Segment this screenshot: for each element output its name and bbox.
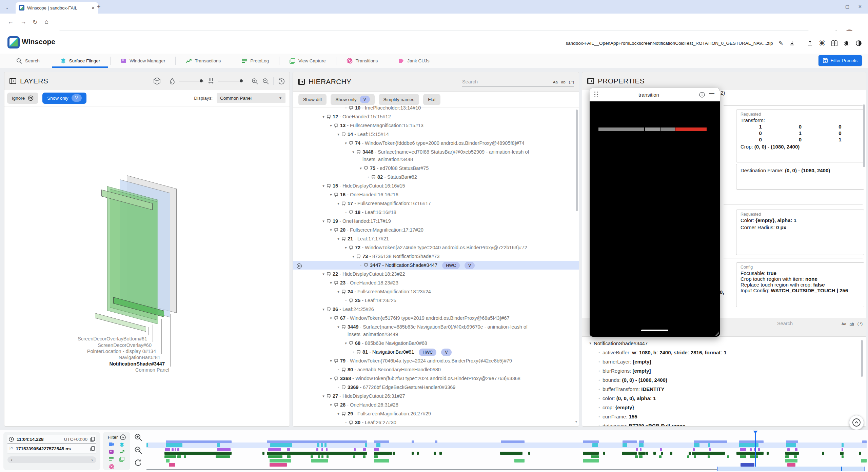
hierarchy-row[interactable]: ●10 - ImePlaceholder:13:14#10 <box>293 103 579 112</box>
property-row[interactable]: ●bufferTransform: IDENTITY <box>596 385 866 394</box>
hierarchy-row[interactable]: ▾17 - FullscreenMagnification:16:16#17 <box>293 199 579 208</box>
hierarchy-row[interactable]: ▾3449 - Surface(name=885b63e NavigationB… <box>293 322 579 339</box>
scroll-right-icon[interactable]: › <box>91 457 93 463</box>
zoom-out-icon[interactable] <box>262 78 269 84</box>
download-icon[interactable] <box>789 40 795 46</box>
expand-arrow-icon[interactable]: ▾ <box>350 148 357 156</box>
hierarchy-row[interactable]: ▾74 - WindowToken{fdddbe6 type=2000 andr… <box>293 139 579 148</box>
info-icon[interactable] <box>699 92 705 98</box>
expand-arrow-icon[interactable]: ▾ <box>328 225 334 234</box>
transition-preview-window[interactable]: transition — <box>590 88 720 337</box>
hierarchy-row[interactable]: ▾26 - Leaf:24:25#26 <box>293 305 579 314</box>
properties-list-scrollbar[interactable] <box>861 340 863 377</box>
spacing-slider[interactable] <box>218 81 242 81</box>
hierarchy-row[interactable]: ▾68 - 885b63e NavigationBar0#68 <box>293 339 579 348</box>
hierarchy-row[interactable]: ▾3448 - Surface(name=ed70f88 StatusBar)/… <box>293 148 579 164</box>
expand-arrow-icon[interactable]: ▾ <box>328 400 334 409</box>
hierarchy-row[interactable]: ●80 - ace6abb SecondaryHomeHandle0#80 <box>293 365 579 374</box>
property-row[interactable]: ●barrierLayer: [empty] <box>596 357 866 366</box>
timeline-reset-zoom-icon[interactable] <box>135 459 142 466</box>
timeline-track-screen-recording[interactable] <box>146 440 867 443</box>
layer-label[interactable]: NotificationShade#3447 <box>53 361 165 367</box>
expand-arrow-icon[interactable]: ▾ <box>328 121 334 130</box>
transitions-icon[interactable] <box>109 464 114 469</box>
expand-arrow-icon[interactable]: ▾ <box>357 164 364 173</box>
collapse-panel-icon[interactable] <box>9 77 17 85</box>
zoom-in-icon[interactable] <box>252 78 258 84</box>
minimize-icon[interactable]: — <box>708 91 715 99</box>
regex-toggle[interactable]: (.*) <box>569 80 574 84</box>
window-close-icon[interactable]: ✕ <box>858 4 862 9</box>
tab-view-capture[interactable]: View Capture <box>279 54 336 68</box>
hierarchy-row[interactable]: ▾73 - 8736138 NotificationShade#73 <box>293 252 579 261</box>
ns-time-field[interactable]: ⚐ 1715339054227572545 ns <box>7 444 96 453</box>
collapse-filter-icon[interactable] <box>120 434 126 440</box>
hierarchy-row[interactable]: ▾23 - OneHanded:18:23#23 <box>293 278 579 287</box>
hierarchy-row[interactable]: ▾67 - WindowToken{e5176f9 type=2019 andr… <box>293 314 579 322</box>
expand-arrow-icon[interactable]: ▾ <box>335 234 342 243</box>
expand-arrow-icon[interactable]: ▾ <box>335 287 342 296</box>
expand-arrow-icon[interactable]: ▾ <box>342 243 349 252</box>
collapse-panel-icon[interactable] <box>298 78 305 85</box>
window-maximize-icon[interactable]: ▢ <box>845 4 849 9</box>
properties-root-row[interactable]: ▾ NotificationShade#3447 <box>587 339 866 348</box>
hierarchy-row[interactable]: ▾29 - FullscreenMagnification:26:27#29 <box>293 409 579 418</box>
transactions-icon[interactable] <box>119 450 124 454</box>
layer-label[interactable]: ScreenDecorOverlayBottom#61 <box>35 336 147 341</box>
tab-window-manager[interactable]: Window Manager <box>111 54 175 68</box>
hierarchy-row[interactable]: ▾22 - HideDisplayCutout:18:23#22 <box>293 270 579 278</box>
hierarchy-row[interactable]: ●30 - Leaf:26:27#30 <box>293 418 579 426</box>
tab-jank-cujs[interactable]: Jank CUJs <box>388 54 439 68</box>
layer-label[interactable]: NavigationBar0#81 <box>48 355 160 360</box>
visibility-icon[interactable] <box>296 263 302 269</box>
layers-3d-canvas[interactable]: ScreenDecorOverlayBottom#61ScreenDecorOv… <box>4 106 290 426</box>
hierarchy-row[interactable]: ▾15 - HideDisplayCutout:16:16#15 <box>293 181 579 190</box>
hierarchy-row[interactable]: ●3369 - 67726bf EdgeBackGestureHandler0#… <box>293 383 579 392</box>
dark-mode-icon[interactable] <box>855 40 862 46</box>
timeline-track-transitions[interactable] <box>146 463 867 467</box>
new-tab-button[interactable]: + <box>97 3 101 11</box>
expand-arrow-icon[interactable]: ▾ <box>320 181 327 190</box>
screen-recording-icon[interactable] <box>109 442 114 447</box>
docs-book-icon[interactable] <box>831 40 838 46</box>
expand-arrow-icon[interactable]: ▾ <box>320 270 327 278</box>
hierarchy-row[interactable]: ▾16 - OneHanded:16:16#16 <box>293 190 579 199</box>
whole-word-toggle[interactable]: ab <box>850 322 854 326</box>
expand-arrow-icon[interactable]: ▾ <box>320 305 327 314</box>
property-row[interactable]: ●activeBuffer: w: 1080, h: 2400, stride:… <box>596 348 866 357</box>
expand-arrow-icon[interactable]: ▾ <box>320 217 327 225</box>
hierarchy-row[interactable]: ●3447 - NotificationShade#3447HWCV <box>293 261 579 270</box>
timeline-canvas[interactable] <box>146 430 867 472</box>
expand-arrow-icon[interactable]: ▾ <box>328 356 334 365</box>
expand-arrow-icon[interactable]: ▾ <box>342 339 349 348</box>
property-row[interactable]: ●color: (0, 0, 0), alpha: 1 <box>596 394 866 403</box>
overview-selection[interactable] <box>717 467 865 471</box>
timeline-track-transactions[interactable] <box>146 452 867 455</box>
reset-view-icon[interactable] <box>278 78 285 84</box>
overview-track[interactable] <box>146 469 717 470</box>
upload-icon[interactable] <box>807 40 813 46</box>
whole-word-toggle[interactable]: ab <box>561 80 566 84</box>
match-case-toggle[interactable]: Aa <box>842 322 846 326</box>
expand-arrow-icon[interactable]: ▾ <box>328 314 334 322</box>
hierarchy-row[interactable]: ▾19 - OneHanded:17:17#19 <box>293 217 579 225</box>
human-time-field[interactable]: 11:04:14.228 UTC+00:00 <box>7 435 96 444</box>
surface-flinger-icon[interactable] <box>119 442 124 447</box>
tab-transactions[interactable]: Transactions <box>176 54 231 68</box>
view-capture-icon[interactable] <box>119 457 124 462</box>
hierarchy-row[interactable]: ●81 - NavigationBar0#81HWCV <box>293 348 579 356</box>
expand-arrow-icon[interactable]: ▾ <box>587 339 594 348</box>
property-row[interactable]: ●currFrame: 155 <box>596 412 866 421</box>
hierarchy-row[interactable]: ▾3368 - WindowToken{f6b2f60 type=2024 an… <box>293 374 579 383</box>
hierarchy-row[interactable]: ●82 - StatusBar#82 <box>293 173 579 181</box>
layer-label[interactable]: Common Panel <box>57 367 169 373</box>
timeline-track-surface-flinger[interactable] <box>146 443 867 447</box>
hierarchy-row[interactable]: ▾14 - Leaf:15:15#14 <box>293 130 579 139</box>
hierarchy-row[interactable]: ▾75 - ed70f88 StatusBar#75 <box>293 164 579 173</box>
properties-search[interactable]: Search Aa ab (.*) <box>777 321 863 328</box>
timeline-zoom-out-icon[interactable] <box>134 446 142 454</box>
tab-surface-flinger[interactable]: Surface Flinger <box>50 54 111 68</box>
hierarchy-row[interactable]: ▾20 - FullscreenMagnification:17:17#20 <box>293 225 579 234</box>
timeline-track-window-manager[interactable] <box>146 448 867 451</box>
expand-arrow-icon[interactable]: ▾ <box>328 190 334 199</box>
